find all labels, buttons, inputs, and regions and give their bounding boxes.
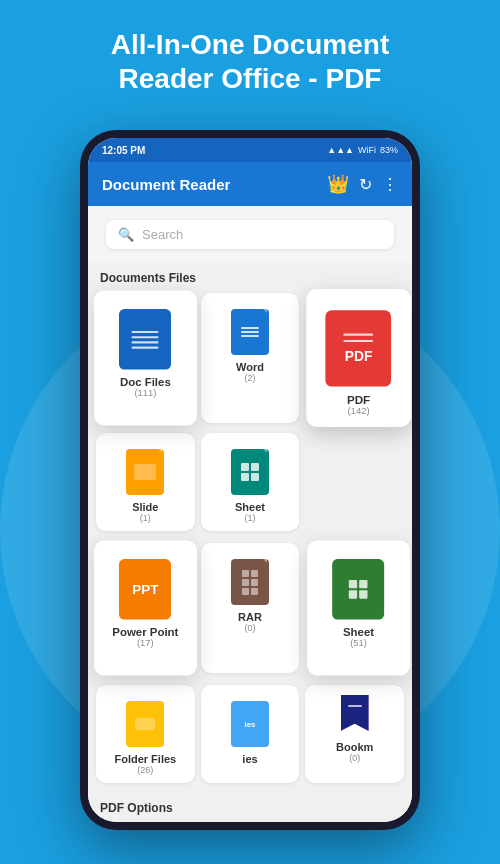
app-bar: Document Reader 👑 ↻ ⋮	[88, 162, 412, 206]
phone-screen: 12:05 PM ▲▲▲ WiFi 83% Document Reader 👑 …	[88, 138, 412, 822]
sheet-big-count: (51)	[350, 638, 367, 648]
refresh-icon[interactable]: ↻	[359, 175, 372, 194]
slide-card[interactable]: Slide (1)	[96, 433, 195, 531]
documents-section-header: Documents Files	[88, 263, 412, 289]
slide-count: (1)	[140, 513, 151, 523]
ies-icon: ies	[228, 695, 272, 747]
empty-cell-1	[305, 433, 404, 531]
sheet-big-icon	[330, 551, 388, 620]
pdf-options-header: PDF Options	[88, 793, 412, 819]
app-title: All-In-One DocumentReader Office - PDF	[0, 0, 500, 111]
signal-icon: ▲▲▲	[327, 145, 354, 155]
doc-files-count: (111)	[134, 388, 156, 398]
slide-label: Slide	[132, 501, 158, 513]
bookmark-card[interactable]: Bookm (0)	[305, 685, 404, 783]
app-bar-icons: 👑 ↻ ⋮	[327, 173, 398, 195]
sheet-big-label: Sheet	[343, 626, 374, 638]
more-icon[interactable]: ⋮	[382, 175, 398, 194]
sheet-big-card[interactable]: Sheet (51)	[308, 540, 411, 675]
crown-icon[interactable]: 👑	[327, 173, 349, 195]
rar-count: (0)	[244, 623, 255, 633]
folder-card[interactable]: Folder Files (26)	[96, 685, 195, 783]
ies-card[interactable]: ies ies	[201, 685, 300, 783]
doc-files-label: Doc Files	[120, 376, 171, 388]
word-label: Word	[236, 361, 264, 373]
pdf-icon: PDF	[322, 300, 396, 387]
search-bar[interactable]: 🔍 Search	[106, 220, 394, 249]
status-time: 12:05 PM	[102, 145, 145, 156]
word-icon	[228, 303, 272, 355]
status-icons: ▲▲▲ WiFi 83%	[327, 145, 398, 155]
sheet-grid-icon	[349, 580, 368, 599]
sheet-small-count: (1)	[244, 513, 255, 523]
pdf-card[interactable]: PDF PDF (142)	[307, 289, 412, 427]
search-placeholder: Search	[142, 227, 183, 242]
sheet-small-label: Sheet	[235, 501, 265, 513]
pdf-count: (142)	[348, 406, 370, 417]
files-grid-row1: Doc Files (111) Word	[88, 289, 412, 427]
ppt-count: (17)	[137, 638, 154, 648]
search-icon: 🔍	[118, 227, 134, 242]
rar-card[interactable]: RAR (0)	[201, 543, 300, 673]
files-grid-row2: Slide (1)	[88, 429, 412, 535]
pdf-label: PDF	[347, 393, 370, 406]
powerpoint-card[interactable]: PPT Power Point (17)	[94, 540, 197, 675]
sheet-small-card[interactable]: Sheet (1)	[201, 433, 300, 531]
rar-label: RAR	[238, 611, 262, 623]
wifi-icon: WiFi	[358, 145, 376, 155]
rar-icon	[228, 553, 272, 605]
pdf-options-grid: Image to Aa Text to	[88, 819, 412, 822]
doc-files-icon	[116, 301, 174, 370]
scroll-content: Documents Files	[88, 263, 412, 822]
grid-icon	[241, 463, 259, 481]
bookmark-count: (0)	[349, 753, 360, 763]
word-count: (2)	[244, 373, 255, 383]
folder-count: (26)	[137, 765, 153, 775]
status-bar: 12:05 PM ▲▲▲ WiFi 83%	[88, 138, 412, 162]
ppt-icon: PPT	[116, 551, 174, 620]
folder-label: Folder Files	[114, 753, 176, 765]
sheet-small-icon	[228, 443, 272, 495]
folder-icon	[123, 695, 167, 747]
bookmark-icon	[339, 695, 371, 735]
battery-icon: 83%	[380, 145, 398, 155]
slide-icon	[123, 443, 167, 495]
phone-mockup: 12:05 PM ▲▲▲ WiFi 83% Document Reader 👑 …	[80, 130, 420, 830]
ies-label: ies	[242, 753, 257, 765]
app-bar-title: Document Reader	[102, 176, 230, 193]
pdf-corner	[380, 300, 391, 311]
files-grid-row4: Folder Files (26) ies ies	[88, 681, 412, 787]
bookmark-label: Bookm	[336, 741, 373, 753]
doc-files-card[interactable]: Doc Files (111)	[94, 290, 197, 425]
ppt-label: Power Point	[112, 626, 178, 638]
files-grid-row3: PPT Power Point (17)	[88, 539, 412, 677]
phone-frame: 12:05 PM ▲▲▲ WiFi 83% Document Reader 👑 …	[80, 130, 420, 830]
word-card[interactable]: Word (2)	[201, 293, 300, 423]
